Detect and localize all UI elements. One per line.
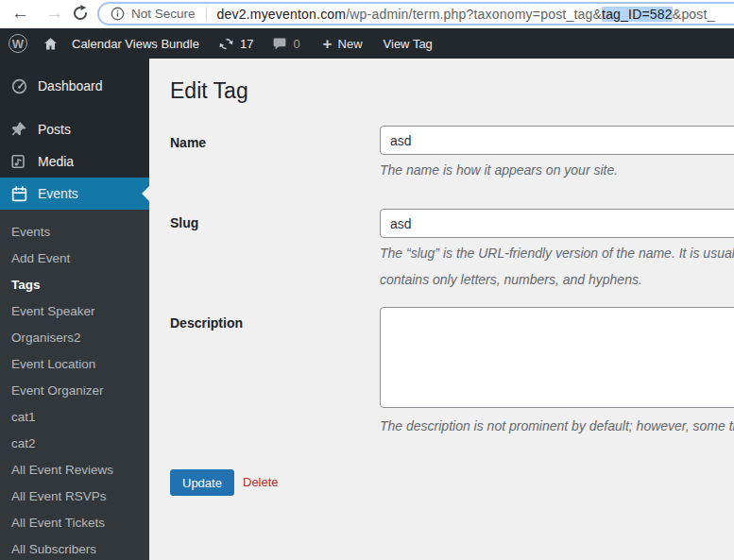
description-help-text: The description is not prominent by defa… (380, 418, 734, 433)
submenu-item-organisers2[interactable]: Organisers2 (0, 324, 149, 350)
submenu-item-all-event-rsvps[interactable]: All Event RSVPs (0, 483, 149, 509)
description-label: Description (170, 315, 243, 331)
name-help-text: The name is how it appears on your site. (380, 162, 618, 178)
slug-help-text: The “slug” is the URL-friendly version o… (380, 240, 734, 293)
home-icon (43, 36, 59, 52)
media-icon (9, 152, 28, 171)
submenu-item-tags[interactable]: Tags (0, 271, 149, 297)
pushpin-icon (9, 120, 28, 139)
sidebar-item-label: Posts (38, 122, 71, 137)
security-label: Not Secure (131, 7, 196, 21)
url-path: /wp-admin/term.php?taxonomy=post_tag& (346, 7, 602, 22)
events-submenu: Events Add Event Tags Event Speaker Orga… (0, 210, 149, 560)
forward-icon[interactable]: → (45, 1, 63, 25)
sidebar-item-media[interactable]: Media (0, 145, 149, 178)
submenu-item-all-event-tickets[interactable]: All Event Tickets (0, 509, 149, 535)
new-label: New (338, 37, 363, 51)
info-icon[interactable] (111, 7, 125, 21)
name-input[interactable] (380, 126, 734, 155)
name-label: Name (170, 135, 206, 150)
url-after: &post_ (673, 7, 715, 22)
updates-count: 17 (240, 37, 253, 51)
delete-link[interactable]: Delete (243, 475, 279, 489)
slug-input[interactable] (380, 209, 734, 238)
slug-label: Slug (170, 215, 198, 230)
update-button[interactable]: Update (170, 469, 234, 496)
plus-icon: + (323, 36, 333, 52)
submenu-item-add-event[interactable]: Add Event (0, 245, 149, 271)
submenu-item-all-subscribers[interactable]: All Subscribers (0, 535, 149, 560)
wordpress-logo-icon[interactable]: W (9, 34, 27, 53)
admin-bar-view-tag[interactable]: View Tag (384, 37, 433, 51)
view-tag-label: View Tag (384, 37, 433, 51)
dashboard-icon (9, 76, 28, 95)
submenu-item-event-organizer[interactable]: Event Organizer (0, 377, 149, 403)
url-domain: dev2.myeventon.com (217, 7, 347, 22)
current-item-arrow (142, 186, 149, 201)
updates-icon (218, 36, 234, 52)
sidebar-item-dashboard[interactable]: Dashboard (0, 70, 149, 102)
sidebar-item-label: Dashboard (38, 78, 103, 93)
page-title: Edit Tag (170, 77, 248, 104)
admin-bar-site-link[interactable]: Calendar Views Bundle (43, 36, 199, 52)
sidebar-item-posts[interactable]: Posts (0, 113, 149, 145)
admin-sidebar: Dashboard Posts M (0, 59, 149, 560)
submenu-item-events[interactable]: Events (0, 218, 149, 245)
back-icon[interactable]: ← (11, 1, 29, 25)
screen: ← → Not Secure dev2.myeventon.com/wp-adm… (0, 0, 734, 560)
edit-tag-page: Edit Tag Name The name is how it appears… (149, 59, 734, 560)
submenu-item-cat2[interactable]: cat2 (0, 430, 149, 456)
url-bar[interactable]: Not Secure dev2.myeventon.com/wp-admin/t… (97, 2, 734, 25)
admin-bar-new[interactable]: + New (323, 36, 363, 52)
url-text[interactable]: dev2.myeventon.com/wp-admin/term.php?tax… (217, 7, 715, 22)
omnibox-divider (206, 7, 207, 22)
submenu-item-all-event-reviews[interactable]: All Event Reviews (0, 456, 149, 483)
reload-icon[interactable] (72, 5, 89, 25)
admin-bar-updates[interactable]: 17 (218, 36, 253, 52)
slug-help-line1: The “slug” is the URL-friendly version o… (380, 240, 734, 266)
calendar-icon (9, 184, 28, 203)
sidebar-item-events[interactable]: Events (0, 178, 149, 210)
comment-icon (272, 36, 287, 51)
wp-admin-bar: W Calendar Views Bundle 17 (0, 28, 734, 59)
sidebar-item-label: Media (38, 154, 74, 169)
browser-toolbar: ← → Not Secure dev2.myeventon.com/wp-adm… (0, 0, 734, 28)
slug-help-line2: contains only letters, numbers, and hyph… (380, 266, 734, 293)
admin-bar-comments[interactable]: 0 (272, 36, 299, 51)
submenu-item-event-location[interactable]: Event Location (0, 350, 149, 377)
sidebar-item-label: Events (38, 186, 78, 201)
submenu-item-cat1[interactable]: cat1 (0, 403, 149, 430)
site-name: Calendar Views Bundle (72, 37, 199, 51)
menu-separator (0, 102, 149, 113)
comments-count: 0 (293, 37, 299, 51)
submenu-item-event-speaker[interactable]: Event Speaker (0, 297, 149, 324)
description-textarea[interactable] (380, 307, 734, 408)
url-selected-text: tag_ID=582 (602, 7, 673, 22)
